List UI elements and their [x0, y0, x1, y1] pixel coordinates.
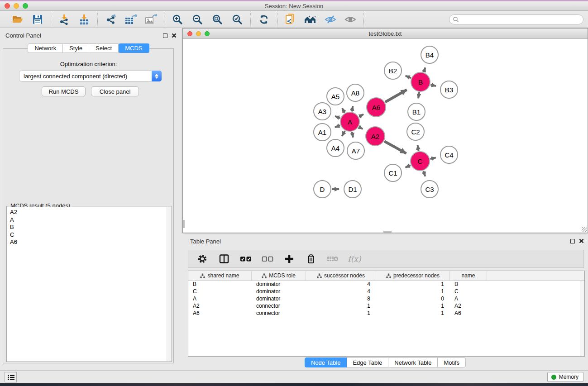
- zoom-in-icon[interactable]: [171, 13, 184, 26]
- select-all-icon[interactable]: [240, 253, 252, 265]
- graph-node-A7[interactable]: A7: [347, 142, 365, 160]
- clone-network-icon[interactable]: [284, 13, 297, 26]
- edge-A2-C[interactable]: [384, 141, 406, 153]
- edge-C-C2[interactable]: [418, 145, 419, 151]
- edge-C-C1[interactable]: [406, 165, 411, 167]
- table-settings-gear-icon[interactable]: [196, 253, 208, 265]
- tab-network[interactable]: Network: [28, 43, 63, 53]
- mcds-result-list[interactable]: A2ABCA6: [7, 207, 171, 361]
- memory-button[interactable]: Memory: [547, 372, 583, 382]
- graph-node-C[interactable]: C: [410, 151, 430, 171]
- tab-edge-table[interactable]: Edge Table: [347, 357, 388, 367]
- graph-node-C4[interactable]: C4: [440, 146, 458, 164]
- graph-node-D[interactable]: D: [313, 180, 331, 198]
- close-panel-icon[interactable]: [172, 33, 177, 38]
- network-zoom-button[interactable]: [205, 31, 210, 36]
- edge-A-A6[interactable]: [359, 114, 363, 116]
- node-table[interactable]: shared nameMCDS rolesuccessor nodesprede…: [188, 271, 585, 357]
- search-field[interactable]: [449, 14, 583, 24]
- refresh-icon[interactable]: [257, 13, 271, 26]
- graph-node-A6[interactable]: A6: [366, 97, 386, 117]
- edge-A-A3[interactable]: [335, 116, 340, 118]
- tab-motifs[interactable]: Motifs: [438, 357, 466, 367]
- graph-node-B[interactable]: B: [411, 72, 430, 92]
- result-item[interactable]: C: [10, 231, 171, 239]
- network-horizontal-scrollbar[interactable]: [383, 231, 392, 233]
- tab-select[interactable]: Select: [89, 43, 119, 53]
- edge-B-B1[interactable]: [418, 92, 419, 98]
- graph-node-A3[interactable]: A3: [313, 102, 331, 120]
- edge-A-A1[interactable]: [335, 125, 340, 127]
- float-panel-icon[interactable]: [163, 33, 167, 38]
- task-history-button[interactable]: [5, 372, 17, 382]
- graph-node-A5[interactable]: A5: [326, 87, 344, 105]
- graph-node-A[interactable]: A: [340, 112, 360, 132]
- edge-A6-B[interactable]: [385, 90, 407, 102]
- zoom-selected-icon[interactable]: [230, 13, 244, 26]
- show-all-icon[interactable]: [344, 13, 357, 26]
- edge-A-A5[interactable]: [342, 108, 345, 113]
- edge-B-B2[interactable]: [406, 76, 411, 78]
- column-header-predecessor-nodes[interactable]: predecessor nodes: [376, 271, 450, 280]
- edge-C-C3[interactable]: [423, 171, 425, 176]
- graph-node-A4[interactable]: A4: [326, 139, 344, 157]
- network-minimize-button[interactable]: [196, 31, 201, 36]
- criterion-dropdown[interactable]: largest connected component (directed): [19, 71, 162, 81]
- export-network-icon[interactable]: [104, 13, 118, 26]
- graph-node-A1[interactable]: A1: [313, 123, 331, 141]
- result-item[interactable]: A2: [10, 209, 171, 216]
- export-table-icon[interactable]: [124, 13, 138, 26]
- tab-node-table[interactable]: Node Table: [305, 357, 347, 367]
- table-row[interactable]: A2connector11A2: [188, 302, 584, 310]
- tab-network-table[interactable]: Network Table: [388, 357, 438, 367]
- graph-node-B4[interactable]: B4: [421, 46, 439, 64]
- graph-node-C2[interactable]: C2: [406, 123, 425, 141]
- import-table-icon[interactable]: [77, 13, 91, 26]
- column-header-shared-name[interactable]: shared name: [188, 271, 252, 280]
- edge-B-B3[interactable]: [430, 85, 436, 86]
- result-item[interactable]: A6: [10, 238, 171, 246]
- graph-node-D1[interactable]: D1: [344, 180, 362, 198]
- edge-A-A2[interactable]: [359, 127, 363, 129]
- graph-node-C3[interactable]: C3: [421, 180, 439, 198]
- result-item[interactable]: B: [10, 224, 171, 231]
- result-scrollbar[interactable]: [167, 207, 171, 361]
- graph-node-B3[interactable]: B3: [440, 81, 458, 99]
- graph-node-B1[interactable]: B1: [407, 103, 425, 121]
- graph-node-C1[interactable]: C1: [384, 164, 402, 182]
- edge-A-A7[interactable]: [352, 132, 353, 138]
- table-scrollbar[interactable]: [580, 281, 584, 356]
- delete-column-icon[interactable]: [305, 253, 317, 265]
- resize-grip[interactable]: [582, 227, 587, 232]
- create-column-icon[interactable]: [283, 253, 295, 265]
- deselect-all-icon[interactable]: [262, 253, 273, 265]
- export-image-icon[interactable]: [144, 13, 158, 26]
- window-titlebar[interactable]: Session: New Session: [0, 1, 588, 11]
- table-row[interactable]: Adominator80A: [188, 295, 584, 302]
- minimize-window-button[interactable]: [14, 3, 19, 9]
- close-panel-button[interactable]: Close panel: [91, 86, 139, 96]
- save-session-icon[interactable]: [31, 13, 44, 26]
- network-vertical-scrollbar[interactable]: [183, 220, 185, 228]
- table-float-panel-icon[interactable]: [570, 239, 575, 243]
- network-window-titlebar[interactable]: testGlobe.txt: [183, 29, 588, 39]
- column-header-successor-nodes[interactable]: successor nodes: [306, 271, 376, 280]
- tab-mcds[interactable]: MCDS: [119, 43, 149, 53]
- table-row[interactable]: Cdominator41C: [188, 288, 584, 295]
- first-neighbors-icon[interactable]: [304, 13, 317, 26]
- zoom-fit-icon[interactable]: [210, 13, 224, 26]
- edge-A-A8[interactable]: [352, 106, 353, 111]
- graph-node-B2[interactable]: B2: [384, 62, 402, 80]
- table-close-panel-icon[interactable]: [579, 238, 584, 243]
- import-network-icon[interactable]: [57, 13, 71, 26]
- column-header-MCDS-role[interactable]: MCDS role: [252, 271, 306, 280]
- edge-C-C4[interactable]: [430, 157, 435, 159]
- edge-A-A4[interactable]: [342, 131, 344, 136]
- tab-style[interactable]: Style: [63, 43, 89, 53]
- delete-table-icon[interactable]: [327, 253, 339, 265]
- column-header-name[interactable]: name: [450, 271, 487, 280]
- search-input[interactable]: [459, 15, 583, 24]
- function-builder-icon[interactable]: f(x): [349, 253, 360, 265]
- zoom-out-icon[interactable]: [191, 13, 204, 26]
- close-window-button[interactable]: [5, 3, 10, 9]
